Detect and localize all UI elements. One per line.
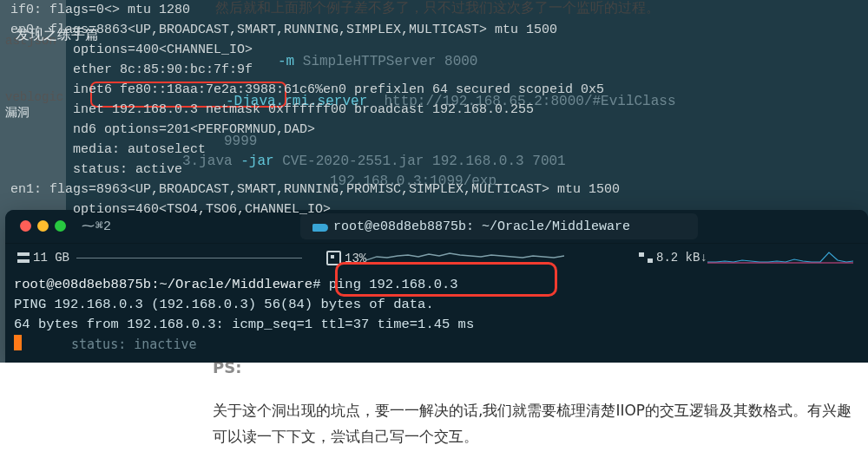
ifconfig-line: options=400<CHANNEL_IO> (10, 40, 858, 60)
article-body: status: inactive PS: 关于这个洞出现的坑点，要一一解决的话,… (0, 363, 868, 458)
ghost-status-inactive: status: inactive (71, 337, 197, 352)
article-paragraph: 关于这个洞出现的坑点，要一一解决的话,我们就需要梳理清楚IIOP的交互逻辑及其数… (213, 397, 855, 449)
close-icon[interactable] (20, 220, 31, 232)
disk-icon (17, 252, 30, 263)
ifconfig-line: ether 8c:85:90:bc:7f:9f (10, 60, 858, 80)
ifconfig-line: nd6 options=201<PERFORMNUD,DAD> (10, 120, 858, 140)
ping-output-line: PING 192.168.0.3 (192.168.0.3) 56(84) by… (14, 295, 859, 315)
ifconfig-line: options=460<TSO4,TSO6,CHANNEL_IO> (10, 200, 858, 219)
tab-title-text: root@e08d8eb8875b: ~/Oracle/Middleware (333, 219, 630, 234)
docker-whale-icon (312, 221, 328, 232)
disk-bar (76, 258, 302, 258)
highlight-box-ping (335, 262, 557, 297)
zoom-icon[interactable] (55, 220, 66, 232)
net-value: 8.2 kB↓ (656, 251, 707, 265)
ifconfig-line: status: active (10, 160, 858, 180)
ping-output-line: 64 bytes from 192.168.0.3: icmp_seq=1 tt… (14, 315, 859, 335)
ifconfig-line: if0: flags=0<> mtu 1280 (10, 0, 858, 20)
disk-value: 11 GB (33, 251, 69, 265)
ifconfig-line-inet: inet 192.168.0.3 netmask 0xffffff00 broa… (10, 100, 858, 120)
network-icon (639, 252, 653, 263)
ifconfig-line: en1: flags=8963<UP,BROADCAST,SMART,RUNNI… (10, 180, 858, 200)
tab-hotkey: ⁓⌘2 (82, 218, 111, 234)
net-sparkline (707, 251, 855, 265)
ifconfig-line: inet6 fe80::18aa:7e2a:3988:61c6%en0 pref… (10, 80, 858, 100)
ifconfig-line: media: autoselect (10, 140, 858, 160)
cursor (14, 335, 22, 350)
minimize-icon[interactable] (37, 220, 49, 232)
ps-heading: PS: (213, 358, 241, 376)
ifconfig-line: en0: flags=8863<UP,BROADCAST,SMART,RUNNI… (10, 20, 858, 40)
prompt-userhost: root@e08d8eb8875b:~/Oracle/Middleware (14, 277, 312, 292)
